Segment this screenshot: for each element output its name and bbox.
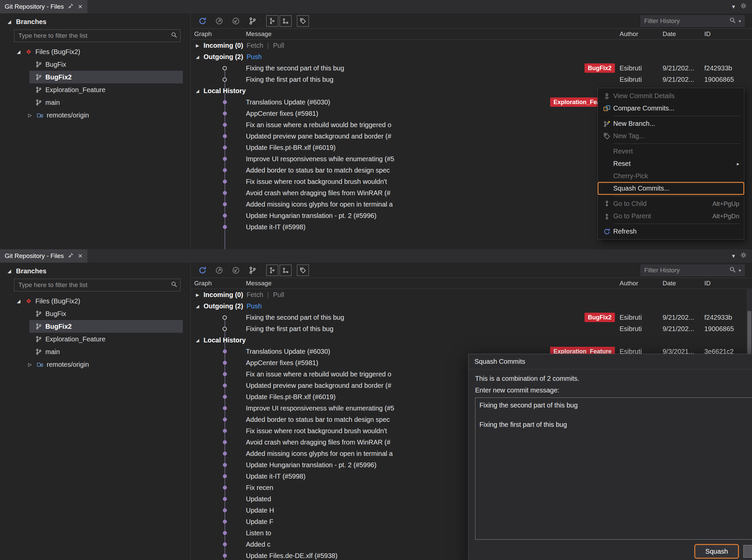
refresh-icon[interactable] xyxy=(197,15,208,27)
graph-toggle-button[interactable] xyxy=(266,15,278,27)
fetch-link[interactable]: Fetch xyxy=(247,291,263,299)
filter-history-input[interactable] xyxy=(644,17,727,25)
chevron-down-icon[interactable]: ▾ xyxy=(739,268,741,273)
gear-icon[interactable] xyxy=(740,252,747,260)
search-icon[interactable] xyxy=(729,266,736,274)
menu-item-cherry-pick[interactable]: Cherry-Pick xyxy=(598,170,744,182)
expander-icon[interactable]: ▷ xyxy=(27,113,33,118)
pull-link[interactable]: Pull xyxy=(273,42,284,49)
filter-history-input[interactable] xyxy=(644,267,727,274)
go-to-child-icon[interactable] xyxy=(230,15,242,27)
expander-icon[interactable]: ▷ xyxy=(27,362,33,367)
branch-badge[interactable]: BugFix2 xyxy=(585,313,615,322)
commit-row[interactable]: Fixing the second part of this bugBugFix… xyxy=(191,312,752,323)
tree-item-files-bugfix2[interactable]: ◢Files (BugFix2) xyxy=(0,45,190,58)
expander-icon[interactable]: ◢ xyxy=(194,54,201,59)
menu-item-go-to-parent[interactable]: Go to ParentAlt+PgDn xyxy=(598,210,744,222)
graph-toggle-button[interactable] xyxy=(266,265,278,276)
merge-commits-toggle-button[interactable] xyxy=(280,15,291,27)
tree-item-remotes-origin[interactable]: ▷remotes/origin xyxy=(0,109,190,121)
tags-toggle-button[interactable] xyxy=(297,265,309,276)
expander-icon[interactable]: ◢ xyxy=(194,338,201,343)
commit-message-input[interactable] xyxy=(475,398,752,540)
outgoing-row[interactable]: ◢ Outgoing (2) Push xyxy=(191,300,752,312)
outgoing-row[interactable]: ◢ Outgoing (2) Push xyxy=(191,51,752,62)
chevron-down-icon[interactable]: ▾ xyxy=(739,18,741,24)
menu-item-label: Cherry-Pick xyxy=(613,172,739,180)
menu-item-squash-commits[interactable]: Squash Commits... xyxy=(598,182,744,195)
gear-icon[interactable] xyxy=(740,3,747,11)
pin-icon[interactable] xyxy=(68,252,74,260)
squash-button[interactable]: Squash xyxy=(695,545,738,558)
expander-icon[interactable]: ◢ xyxy=(15,49,22,54)
message-cell: Update Files.pt-BR.xlf (#6019) xyxy=(246,144,617,152)
tab-git-repository-files[interactable]: Git Repository - Files ✕ xyxy=(0,249,87,263)
menu-item-new-tag[interactable]: New Tag... xyxy=(598,130,744,142)
expander-icon[interactable]: ◢ xyxy=(194,304,201,309)
tree-item-main[interactable]: main xyxy=(0,345,190,358)
menu-item-refresh[interactable]: Refresh xyxy=(598,225,744,238)
push-link[interactable]: Push xyxy=(247,302,262,310)
column-author[interactable]: Author xyxy=(617,280,660,287)
commit-row[interactable]: Fixing the second part of this bugBugFix… xyxy=(191,62,752,74)
close-icon[interactable]: ✕ xyxy=(78,3,82,11)
expander-icon[interactable]: ◢ xyxy=(15,298,22,304)
tags-toggle-button[interactable] xyxy=(297,15,309,27)
tree-item-main[interactable]: main xyxy=(0,96,190,109)
go-to-parent-icon[interactable] xyxy=(214,15,225,27)
cancel-button[interactable]: Cancel xyxy=(743,545,752,558)
go-to-parent-icon[interactable] xyxy=(214,265,225,276)
menu-item-compare-commits[interactable]: Compare Commits... xyxy=(598,102,744,115)
column-author[interactable]: Author xyxy=(617,31,660,38)
refresh-icon[interactable] xyxy=(197,265,208,276)
menu-item-new-branch[interactable]: New Branch... xyxy=(598,118,744,130)
column-graph[interactable]: Graph xyxy=(191,31,246,38)
expander-icon[interactable]: ◢ xyxy=(194,88,201,94)
column-id[interactable]: ID xyxy=(702,31,752,38)
menu-item-revert[interactable]: Revert xyxy=(598,145,744,158)
menu-item-view-commit-details[interactable]: View Commit Details xyxy=(598,90,744,102)
column-message[interactable]: Message xyxy=(246,31,617,38)
menu-item-go-to-child[interactable]: Go to ChildAlt+PgUp xyxy=(598,198,744,210)
branch-icon[interactable] xyxy=(247,265,258,276)
tree-item-exploration-feature[interactable]: Exploration_Feature xyxy=(0,83,190,96)
tree-item-bugfix[interactable]: BugFix xyxy=(0,58,190,71)
branch-filter-input[interactable] xyxy=(18,32,171,39)
tree-item-bugfix2[interactable]: BugFix2 xyxy=(0,71,190,83)
tree-item-bugfix2[interactable]: BugFix2 xyxy=(0,320,190,333)
commit-row[interactable]: Fixing the first part of this bugEsibrut… xyxy=(191,74,752,85)
tree-item-bugfix[interactable]: BugFix xyxy=(0,307,190,320)
incoming-row[interactable]: ▶ Incoming (0) Fetch | Pull xyxy=(191,289,752,300)
column-graph[interactable]: Graph xyxy=(191,280,246,287)
close-icon[interactable]: ✕ xyxy=(78,253,82,260)
commit-row[interactable]: Fixing the first part of this bugEsibrut… xyxy=(191,323,752,334)
branch-filter-input[interactable] xyxy=(18,281,171,289)
fetch-link[interactable]: Fetch xyxy=(247,42,263,49)
expander-icon[interactable]: ▶ xyxy=(194,292,201,297)
tree-item-files-bugfix2[interactable]: ◢Files (BugFix2) xyxy=(0,295,190,307)
column-id[interactable]: ID xyxy=(702,280,752,287)
dialog-titlebar[interactable]: Squash Commits ✕ xyxy=(468,354,752,369)
expander-icon[interactable]: ▶ xyxy=(194,43,201,48)
chevron-down-icon[interactable]: ▾ xyxy=(732,252,735,260)
branches-expander-icon[interactable]: ◢ xyxy=(6,268,13,274)
search-icon[interactable] xyxy=(729,17,736,25)
menu-item-reset[interactable]: Reset▸ xyxy=(598,158,744,170)
merge-commits-toggle-button[interactable] xyxy=(280,265,291,276)
local-history-row[interactable]: ◢ Local History xyxy=(191,334,752,346)
tree-item-exploration-feature[interactable]: Exploration_Feature xyxy=(0,333,190,345)
chevron-down-icon[interactable]: ▾ xyxy=(732,3,735,11)
branch-icon[interactable] xyxy=(247,15,258,27)
tab-git-repository-files[interactable]: Git Repository - Files ✕ xyxy=(0,0,87,13)
column-message[interactable]: Message xyxy=(246,280,617,287)
branch-badge[interactable]: BugFix2 xyxy=(585,63,615,73)
column-date[interactable]: Date xyxy=(660,31,702,38)
incoming-row[interactable]: ▶ Incoming (0) Fetch | Pull xyxy=(191,40,752,51)
column-date[interactable]: Date xyxy=(660,280,702,287)
branches-expander-icon[interactable]: ◢ xyxy=(6,19,13,24)
pin-icon[interactable] xyxy=(68,3,74,11)
pull-link[interactable]: Pull xyxy=(273,291,284,299)
tree-item-remotes-origin[interactable]: ▷remotes/origin xyxy=(0,358,190,371)
go-to-child-icon[interactable] xyxy=(230,265,242,276)
push-link[interactable]: Push xyxy=(247,53,262,61)
